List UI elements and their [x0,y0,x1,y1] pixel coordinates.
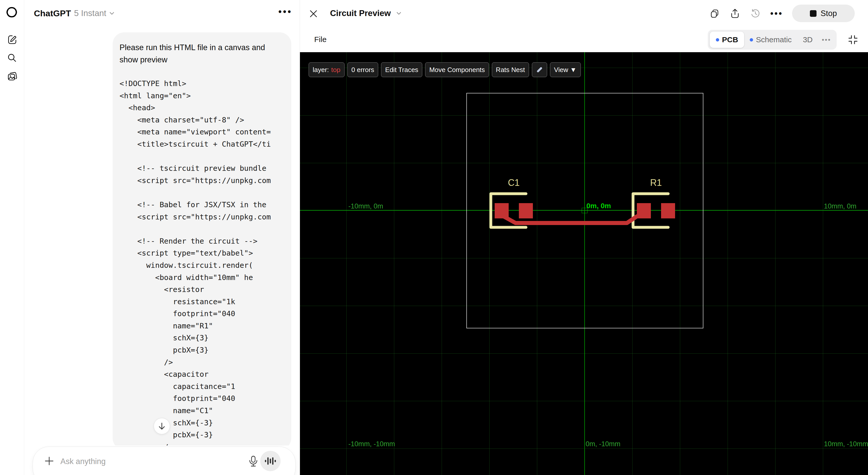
rats-nest-button[interactable]: Rats Nest [492,62,529,77]
panel-options-icon[interactable]: ••• [770,8,783,19]
view-tabs: PCB Schematic 3D ••• [708,30,837,49]
share-icon[interactable] [730,8,741,19]
code-line: <!-- tscircuit preview bundle [120,162,286,175]
code-line: name="C1" [120,405,286,417]
user-message-bubble: Please run this HTML file in a canvas an… [113,32,291,450]
library-icon[interactable] [6,70,18,82]
code-line: <board width="10mm" he [120,272,286,284]
code-line: <script src="https://unpkg.com [120,175,286,187]
stop-square-icon [810,10,816,17]
brand-title: ChatGPT [34,8,71,18]
code-line: <head> [120,102,286,114]
schematic-dot-icon [750,38,753,41]
dictate-mic-icon[interactable] [247,455,259,468]
code-line: schX={3} [120,332,286,344]
c1-pad1 [495,203,509,218]
openai-logo-icon[interactable] [5,6,18,19]
code-line: <title>tscircuit + ChatGPT</ti [120,138,286,150]
code-line: <resistor [120,283,286,296]
component-label-c1: C1 [508,177,520,188]
circuit-preview-panel: Circuit Preview [300,0,868,475]
edit-traces-button[interactable]: Edit Traces [381,62,422,77]
code-line: schX={-3} [120,417,286,429]
collapse-fullscreen-icon[interactable] [847,34,859,45]
new-chat-icon[interactable] [6,34,18,45]
code-line: <capacitor [120,368,286,380]
code-line: <!DOCTYPE html> [120,78,286,90]
close-panel-icon[interactable] [309,9,318,18]
code-line [120,223,286,235]
chat-input[interactable]: Ask anything [60,457,106,466]
layer-value: top [331,66,340,74]
voice-mode-button[interactable] [260,451,281,471]
code-line: <!-- Babel for JSX/TSX in the [120,199,286,211]
code-line: name="R1" [120,320,286,332]
r1-pad2 [661,203,675,218]
scroll-to-bottom-button[interactable] [154,418,170,434]
code-line: pcbX={-3} [120,429,286,441]
c1-pad2 [519,203,533,218]
grid-label: 10mm, 0m [824,202,857,210]
model-name: 5 Instant [74,8,106,18]
origin-coordinate-label: 0m, 0m [586,202,611,210]
chat-options-icon[interactable]: ••• [278,6,292,17]
user-message-text: Please run this HTML file in a canvas an… [120,41,286,66]
code-line: resistance="1k [120,296,286,308]
code-line [120,150,286,163]
search-icon[interactable] [6,52,18,63]
model-selector[interactable]: ChatGPT 5 Instant [34,8,115,19]
code-line: <meta charset="utf-8" /> [120,114,286,126]
code-line: <!-- Render the circuit --> [120,235,286,247]
code-block: <!DOCTYPE html><html lang="en"> <head> <… [120,78,286,450]
left-sidebar-rail [0,0,24,475]
code-line: /> [120,357,286,369]
copy-icon[interactable] [709,8,720,19]
tab-pcb[interactable]: PCB [710,32,744,48]
chevron-down-icon [109,11,115,15]
file-menu[interactable]: File [314,35,327,44]
chevron-down-icon [396,11,401,15]
code-line: <meta name="viewport" content= [120,126,286,138]
panel-title-selector[interactable]: Circuit Preview [330,8,401,18]
code-line: footprint="040 [120,393,286,405]
waveform-icon [265,456,276,466]
composer[interactable]: Ask anything [33,446,296,475]
code-line: <html lang="en"> [120,90,286,102]
chatgpt-app-window: ChatGPT 5 Instant ••• Please run this HT… [0,0,868,475]
chat-column: ChatGPT 5 Instant ••• Please run this HT… [25,0,300,475]
code-line: pcbX={3} [120,344,286,357]
history-icon[interactable] [750,8,761,19]
component-label-r1: R1 [650,177,662,188]
grid-label: -10mm, -10mm [348,440,395,448]
layer-select-button[interactable]: layer: top [309,62,345,77]
attach-plus-icon[interactable] [43,455,55,467]
stop-button[interactable]: Stop [792,5,855,22]
code-line [120,186,286,199]
pcb-dot-icon [716,38,719,41]
pcb-toolbar: layer: top 0 errors Edit Traces Move Com… [309,62,581,77]
grid-label: -10mm, 0m [348,202,383,210]
grid-label: 10mm, -10mm [824,440,868,448]
tabs-more-icon[interactable]: ••• [818,36,835,44]
arrow-down-icon [158,422,166,430]
pcb-artwork: C1 R1 [300,52,868,475]
code-line: <script type="text/babel"> [120,247,286,260]
code-line: footprint="040 [120,308,286,320]
errors-button[interactable]: 0 errors [347,62,378,77]
r1-pad1 [637,203,651,218]
move-components-button[interactable]: Move Components [425,62,489,77]
grid-label: 0m, -10mm [586,440,621,448]
view-dropdown-button[interactable]: View ▼ [550,62,581,77]
panel-title: Circuit Preview [330,8,391,18]
code-line: <script src="https://unpkg.com [120,211,286,223]
tab-schematic[interactable]: Schematic [744,32,797,48]
pencil-tool-button[interactable] [532,62,547,77]
code-line: capacitance="1 [120,380,286,393]
code-line: window.tscircuit.render( [120,260,286,272]
pencil-icon [536,66,543,73]
panel-header-actions: ••• Stop [709,5,855,22]
pcb-canvas[interactable]: C1 R1 0m, 0m -10mm, 0m 10mm, 0m -10mm, -… [300,52,868,475]
tab-3d[interactable]: 3D [797,32,818,48]
